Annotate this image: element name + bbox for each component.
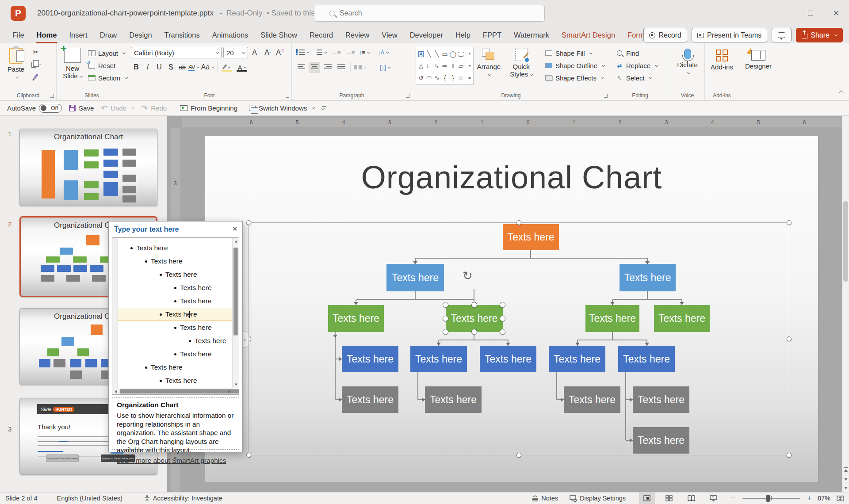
find-button[interactable]: Find <box>614 48 659 58</box>
elbow-arrow-shape-icon[interactable]: ↳ <box>434 62 440 69</box>
node-handle[interactable] <box>471 329 477 335</box>
shrink-font-button[interactable]: Aˇ <box>262 47 273 58</box>
justify-button[interactable] <box>335 62 347 73</box>
toolbar-overflow-button[interactable] <box>321 106 324 111</box>
text-pane-item[interactable]: Texts here <box>118 321 232 334</box>
scroll-down-icon[interactable] <box>233 381 239 388</box>
shapes-scroll-down[interactable] <box>466 60 473 72</box>
rectangle-shape-icon[interactable]: ▭ <box>442 50 448 57</box>
slide-1-thumbnail[interactable]: Organizational Chart <box>19 129 157 206</box>
text-direction-button[interactable]: ↓A <box>378 47 389 57</box>
notes-button[interactable]: Notes <box>532 495 558 502</box>
reading-view-button[interactable] <box>683 493 699 504</box>
node-handle[interactable] <box>443 302 448 308</box>
scroll-down-button[interactable] <box>842 484 849 492</box>
arc-shape-icon[interactable]: ◠ <box>426 74 432 81</box>
select-button[interactable]: ↖Select <box>614 73 659 83</box>
text-pane-item[interactable]: Texts here <box>118 255 232 268</box>
slide-title[interactable]: Organizational Chart <box>205 159 818 195</box>
tab-draw[interactable]: Draw <box>94 27 123 43</box>
line-spacing-button[interactable]: ↕≡ <box>359 47 370 57</box>
text-pane-item[interactable]: Texts here <box>118 294 232 308</box>
align-center-button[interactable] <box>309 62 320 73</box>
undo-button[interactable]: ↶Undo <box>101 103 134 113</box>
oval-shape-icon[interactable]: ◯ <box>449 50 456 57</box>
font-color-button[interactable]: A <box>235 62 249 73</box>
tab-view[interactable]: View <box>375 27 403 43</box>
shape-outline-button[interactable]: Shape Outline <box>543 60 606 71</box>
restore-window-button[interactable] <box>798 0 823 27</box>
arrange-button[interactable]: Arrange <box>476 47 501 79</box>
copy-button[interactable] <box>30 59 42 69</box>
change-case-button[interactable]: Aa <box>200 62 215 73</box>
bold-button[interactable]: B <box>131 62 142 73</box>
frame-handle[interactable] <box>516 220 521 225</box>
text-pane-item[interactable]: Texts here <box>118 241 232 255</box>
line-shape-icon[interactable]: ╲ <box>427 50 431 57</box>
tab-smartart-design[interactable]: SmartArt Design <box>555 27 621 43</box>
tab-file[interactable]: File <box>6 27 31 43</box>
designer-button[interactable]: Designer <box>743 47 774 71</box>
smartart-learn-more-link[interactable]: Learn more about SmartArt graphics <box>117 457 226 465</box>
horizontal-ruler[interactable]: 6543210123456 <box>182 118 842 127</box>
switch-windows-button[interactable]: Switch Windows <box>249 104 314 112</box>
zoom-in-button[interactable]: + <box>807 494 811 503</box>
smartart-selection-frame[interactable] <box>249 222 789 455</box>
frame-handle[interactable] <box>787 336 792 341</box>
collapse-ribbon-button[interactable] <box>838 89 843 97</box>
zoom-slider-thumb[interactable] <box>766 495 770 502</box>
text-pane-item[interactable]: Texts here <box>118 361 232 374</box>
slide-indicator[interactable]: Slide 2 of 4 <box>5 495 38 502</box>
text-pane-hscroll-thumb[interactable] <box>120 389 239 393</box>
text-pane-item[interactable]: Texts here <box>118 281 232 294</box>
align-text-button[interactable]: [↕] <box>380 62 390 73</box>
search-input[interactable] <box>340 9 525 17</box>
curve-shape-icon[interactable]: ∿ <box>434 74 440 81</box>
scribble-shape-icon[interactable]: ↺ <box>418 74 424 81</box>
normal-view-button[interactable] <box>639 493 655 504</box>
tab-record[interactable]: Record <box>303 27 339 43</box>
grow-font-button[interactable]: Aˆ <box>250 47 260 58</box>
accessibility-status[interactable]: Accessibility: Investigate <box>144 495 222 502</box>
strikethrough-button[interactable]: ab <box>177 62 187 73</box>
share-button[interactable]: Share <box>796 28 843 42</box>
text-box-shape-icon[interactable]: A <box>418 51 424 57</box>
underline-button[interactable]: U <box>154 62 164 73</box>
tab-fppt[interactable]: FPPT <box>477 27 508 43</box>
flag-shape-icon[interactable]: ▱ <box>459 62 463 69</box>
text-pane-item[interactable]: Texts here <box>118 268 232 281</box>
down-arrow-shape-icon[interactable]: ⇩ <box>450 62 455 69</box>
vertical-scrollbar[interactable] <box>842 116 849 492</box>
left-brace-shape-icon[interactable]: { <box>444 74 446 81</box>
slide[interactable]: Organizational Chart <box>205 136 818 482</box>
addins-button[interactable]: Add-ins <box>708 47 735 72</box>
tab-home[interactable]: Home <box>31 27 63 43</box>
tab-review[interactable]: Review <box>339 27 375 43</box>
text-pane-item-selected[interactable]: Texts here <box>118 308 232 321</box>
columns-button[interactable] <box>354 62 366 73</box>
slide-show-view-button[interactable] <box>705 493 721 504</box>
text-pane-vscroll-thumb[interactable] <box>233 248 238 335</box>
node-handle[interactable] <box>471 302 477 308</box>
rounded-rectangle-shape-icon[interactable] <box>458 52 464 57</box>
tab-design[interactable]: Design <box>123 27 158 43</box>
zoom-level[interactable]: 87% <box>818 495 830 502</box>
arrow-shape-icon[interactable]: ╲ <box>435 50 439 57</box>
font-name-select[interactable]: Calibri (Body) <box>131 47 222 58</box>
node-handle[interactable] <box>500 316 505 321</box>
frame-handle[interactable] <box>787 453 792 458</box>
frame-handle[interactable] <box>246 453 251 458</box>
search-box[interactable] <box>314 5 545 22</box>
increase-indent-button[interactable]: →≡ <box>345 47 356 57</box>
shapes-gallery[interactable]: A ╲ ╲ ▭ ◯ △ ∟ ↳ ⇨ ⇩ ▱ ↺ ◠ ∿ { } ☆ <box>416 47 474 85</box>
zoom-out-button[interactable]: − <box>731 494 735 503</box>
scroll-right-icon[interactable] <box>226 388 232 395</box>
frame-handle[interactable] <box>787 220 792 225</box>
save-button[interactable]: Save <box>69 104 94 112</box>
align-left-button[interactable] <box>295 62 307 73</box>
tab-insert[interactable]: Insert <box>63 27 93 43</box>
font-size-select[interactable]: 20 <box>223 47 248 58</box>
scroll-up-icon[interactable] <box>233 238 239 244</box>
tab-slide-show[interactable]: Slide Show <box>254 27 303 43</box>
text-pane-vscrollbar[interactable] <box>232 238 239 388</box>
